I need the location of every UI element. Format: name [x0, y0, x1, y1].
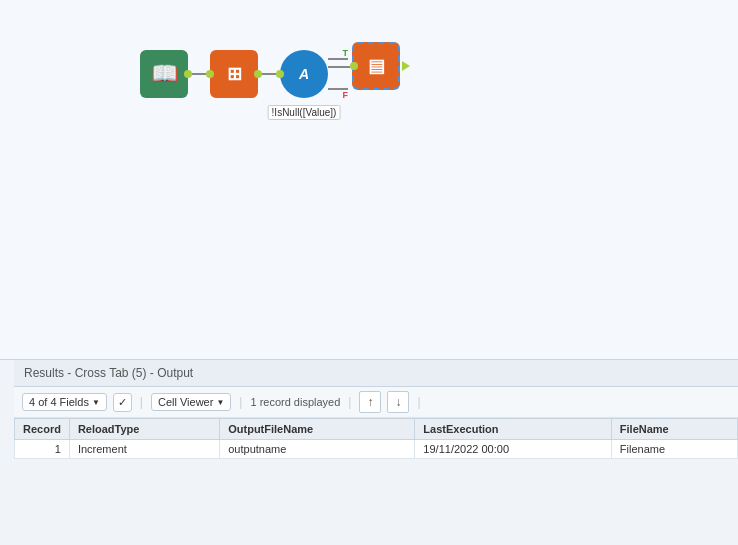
col-header-lastexecution: LastExecution [415, 419, 611, 440]
col-header-outputfilename: OutputFileName [220, 419, 415, 440]
cell-outputfilename: outputname [220, 440, 415, 459]
check-icon: ✓ [118, 396, 127, 409]
results-content: Results - Cross Tab (5) - Output 4 of 4 … [14, 360, 738, 545]
fields-label: 4 of 4 Fields [29, 396, 89, 408]
node-crosstab-icon[interactable]: ⊞ [210, 50, 258, 98]
fields-selector[interactable]: 4 of 4 Fields ▼ [22, 393, 107, 411]
node-output-icon[interactable]: ▤ [352, 42, 400, 90]
node-input[interactable]: 📖 [140, 50, 188, 98]
cell-lastexecution: 19/11/2022 00:00 [415, 440, 611, 459]
col-header-reloadtype: ReloadType [69, 419, 219, 440]
cell-viewer-arrow: ▼ [216, 398, 224, 407]
separator-4: | [417, 395, 420, 409]
results-title: Results - Cross Tab (5) - Output [24, 366, 193, 380]
col-header-filename: FileName [611, 419, 737, 440]
node-filter[interactable]: A T F !IsNull([Value]) [280, 50, 328, 98]
filter-label: !IsNull([Value]) [268, 105, 341, 120]
workflow-canvas: 📖 ⊞ A T [0, 0, 738, 360]
node-crosstab[interactable]: ⊞ [210, 50, 258, 98]
separator-1: | [140, 395, 143, 409]
record-count: 1 record displayed [250, 396, 340, 408]
workflow-nodes: 📖 ⊞ A T [140, 50, 400, 98]
cell-viewer-btn[interactable]: Cell Viewer ▼ [151, 393, 231, 411]
separator-2: | [239, 395, 242, 409]
nav-up-btn[interactable]: ↑ [359, 391, 381, 413]
results-table-container: Record ReloadType OutputFileName LastExe… [14, 418, 738, 459]
table-header-row: Record ReloadType OutputFileName LastExe… [15, 419, 738, 440]
fields-dropdown-arrow: ▼ [92, 398, 100, 407]
separator-3: | [348, 395, 351, 409]
results-table: Record ReloadType OutputFileName LastExe… [14, 418, 738, 459]
table-row: 1 Increment outputname 19/11/2022 00:00 … [15, 440, 738, 459]
results-toolbar: 4 of 4 Fields ▼ ✓ | Cell Viewer ▼ | 1 re… [14, 387, 738, 418]
node-filter-icon[interactable]: A T F [280, 50, 328, 98]
cell-viewer-label: Cell Viewer [158, 396, 213, 408]
node-output[interactable]: ▤ [352, 42, 400, 90]
fields-check-btn[interactable]: ✓ [113, 393, 132, 412]
cell-reloadtype: Increment [69, 440, 219, 459]
col-header-record: Record [15, 419, 70, 440]
cell-filename: Filename [611, 440, 737, 459]
results-panel: Results - Cross Tab (5) - Output 4 of 4 … [0, 360, 738, 545]
results-header: Results - Cross Tab (5) - Output [14, 360, 738, 387]
node-input-icon[interactable]: 📖 [140, 50, 188, 98]
cell-row-num: 1 [15, 440, 70, 459]
nav-down-btn[interactable]: ↓ [387, 391, 409, 413]
connector-3 [328, 66, 350, 68]
